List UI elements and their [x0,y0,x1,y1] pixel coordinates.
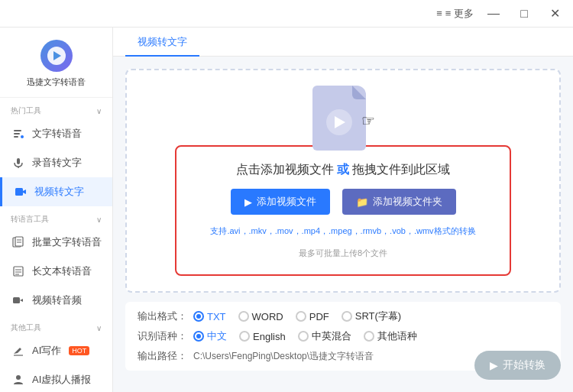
hot-badge: HOT [69,346,89,355]
sidebar-item-text-to-speech[interactable]: 文字转语音 [0,119,112,148]
svg-rect-5 [17,158,20,164]
section-translation-tools: 转语言工具 ∨ [0,206,112,228]
lang-mixed[interactable]: 中英混合 [298,329,351,343]
format-word[interactable]: WORD [238,311,283,322]
sidebar-item-record-to-text[interactable]: 录音转文字 [0,148,112,177]
close-button[interactable]: ✕ [544,3,565,24]
format-srt-label: SRT(字幕) [355,309,401,323]
section-other-tools: 其他工具 ∨ [0,315,112,336]
format-word-label: WORD [252,311,283,322]
sidebar-item-video-audio[interactable]: 视频转音频 [0,286,112,315]
maximize-button[interactable]: □ [513,3,535,24]
sidebar-logo: 迅捷文字转语音 [0,28,112,98]
sidebar: 迅捷文字转语音 热门工具 ∨ 文字转语音 [0,28,113,392]
sidebar-label-batch-text: 批量文字转语音 [32,235,102,249]
start-icon: ▶ [490,359,498,371]
lang-chinese-label: 中文 [207,329,227,343]
format-pdf-label: PDF [309,311,329,322]
radio-txt-dot [193,311,204,322]
svg-rect-2 [14,133,20,134]
more-icon: ≡ [436,8,442,19]
video-audio-icon [11,293,26,308]
sidebar-item-long-text[interactable]: 长文本转语音 [0,257,112,286]
drop-title: 点击添加视频文件 或 拖拽文件到此区域 [236,162,451,178]
ai-writing-icon [11,343,26,358]
sidebar-label-ai-avatar: AI虚拟人播报 [32,373,91,387]
radio-pdf-dot [296,311,306,322]
sidebar-label-video-to-text: 视频转文字 [34,185,84,199]
drop-zone: 点击添加视频文件 或 拖拽文件到此区域 ▶ 添加视频文件 📁 添加视频文件夹 [175,145,511,276]
file-icon [312,86,366,151]
svg-rect-9 [15,237,23,246]
upload-count-hint: 最多可批量上传8个文件 [299,248,387,259]
sidebar-label-record-to-text: 录音转文字 [32,156,82,170]
path-label: 输出路径： [138,349,187,363]
titlebar: ≡ ≡ 更多 — □ ✕ [0,0,573,28]
play-icon-container [326,109,352,135]
format-radio-group: TXT WORD PDF SRT(字幕) [193,309,549,323]
batch-text-icon [11,235,26,250]
long-text-icon [11,264,26,279]
text-to-speech-icon [11,126,26,141]
sidebar-item-batch-text[interactable]: 批量文字转语音 [0,228,112,257]
upload-area[interactable]: ☞ 点击添加视频文件 或 拖拽文件到此区域 ▶ 添加视频文件 [125,69,561,293]
sidebar-label-ai-writing: AI写作 [32,344,61,358]
upload-format-hint: 支持.avi，.mkv，.mov，.mp4，.mpeg，.rmvb，.vob，.… [210,225,475,237]
start-label: 开始转换 [503,358,545,372]
svg-rect-16 [13,297,20,303]
svg-rect-3 [14,136,18,138]
lang-other-label: 其他语种 [377,329,417,343]
more-label: ≡ 更多 [445,7,474,21]
sidebar-item-video-to-text[interactable]: 视频转文字 [0,177,112,206]
app-logo-icon [40,40,73,72]
svg-rect-1 [14,130,21,131]
format-txt[interactable]: TXT [193,311,226,322]
radio-word-dot [238,311,249,322]
format-row: 输出格式： TXT WORD PDF [138,309,549,323]
radio-chinese-dot [193,331,204,342]
upload-btn-group: ▶ 添加视频文件 📁 添加视频文件夹 [231,189,456,215]
output-path: C:\Users\FengPing\Desktop\迅捷文字转语音 [193,350,500,363]
radio-english-dot [239,331,250,342]
more-menu[interactable]: ≡ ≡ 更多 [436,7,474,21]
lang-row: 识别语种： 中文 English 中英混合 [138,329,549,343]
sidebar-item-ai-writing[interactable]: AI写作 HOT [0,336,112,365]
folder-icon: 📁 [356,196,368,208]
chevron-icon: ∨ [96,107,102,115]
content-area: 视频转文字 ☞ 点击添加视频文件 [113,28,573,392]
video-file-icon: ▶ [244,196,252,208]
sidebar-label-text-to-speech: 文字转语音 [32,127,82,141]
radio-mixed-dot [298,331,309,342]
format-pdf[interactable]: PDF [296,311,329,322]
sidebar-item-ai-avatar[interactable]: AI虚拟人播报 [0,365,112,392]
tab-video-to-text[interactable]: 视频转文字 [125,29,199,57]
lang-chinese[interactable]: 中文 [193,329,227,343]
chevron-icon-2: ∨ [96,215,102,224]
lang-radio-group: 中文 English 中英混合 其他语种 [193,329,549,343]
radio-srt-dot [342,311,352,322]
video-to-text-icon [13,184,28,199]
app-logo-text: 迅捷文字转语音 [27,76,86,88]
format-srt[interactable]: SRT(字幕) [342,309,401,323]
tab-bar: 视频转文字 [113,28,573,57]
main-layout: 迅捷文字转语音 热门工具 ∨ 文字转语音 [0,28,573,392]
play-triangle-icon [335,116,345,128]
lang-other[interactable]: 其他语种 [364,329,417,343]
start-convert-button[interactable]: ▶ 开始转换 [474,351,561,380]
lang-english[interactable]: English [239,331,286,342]
add-video-file-button[interactable]: ▶ 添加视频文件 [231,189,330,215]
cursor-icon: ☞ [361,112,375,130]
sidebar-label-long-text: 长文本转语音 [32,264,92,278]
minimize-button[interactable]: — [483,3,504,24]
record-to-text-icon [11,155,26,170]
format-label: 输出格式： [138,309,187,323]
format-txt-label: TXT [207,311,226,322]
ai-avatar-icon [11,372,26,387]
upload-icon-container: ☞ [312,86,374,133]
sidebar-label-video-audio: 视频转音频 [32,293,82,307]
add-video-folder-button[interactable]: 📁 添加视频文件夹 [342,189,456,215]
svg-rect-7 [15,188,23,196]
svg-point-4 [21,135,24,138]
titlebar-controls: ≡ ≡ 更多 — □ ✕ [436,3,565,24]
lang-label: 识别语种： [138,329,187,343]
